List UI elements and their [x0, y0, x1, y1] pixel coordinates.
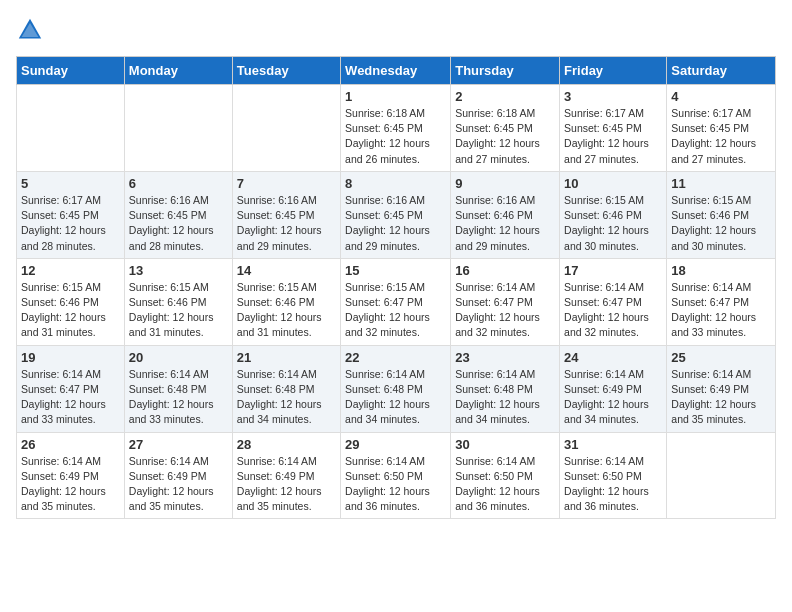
logo — [16, 16, 48, 44]
day-info: Sunrise: 6:15 AMSunset: 6:46 PMDaylight:… — [237, 280, 336, 341]
day-number: 28 — [237, 437, 336, 452]
day-number: 16 — [455, 263, 555, 278]
calendar-cell: 29Sunrise: 6:14 AMSunset: 6:50 PMDayligh… — [341, 432, 451, 519]
day-info: Sunrise: 6:14 AMSunset: 6:50 PMDaylight:… — [455, 454, 555, 515]
calendar-cell: 23Sunrise: 6:14 AMSunset: 6:48 PMDayligh… — [451, 345, 560, 432]
day-number: 23 — [455, 350, 555, 365]
calendar-cell: 3Sunrise: 6:17 AMSunset: 6:45 PMDaylight… — [560, 85, 667, 172]
day-number: 1 — [345, 89, 446, 104]
day-info: Sunrise: 6:18 AMSunset: 6:45 PMDaylight:… — [345, 106, 446, 167]
calendar-cell: 5Sunrise: 6:17 AMSunset: 6:45 PMDaylight… — [17, 171, 125, 258]
calendar-cell — [667, 432, 776, 519]
calendar-cell: 8Sunrise: 6:16 AMSunset: 6:45 PMDaylight… — [341, 171, 451, 258]
calendar-cell: 28Sunrise: 6:14 AMSunset: 6:49 PMDayligh… — [232, 432, 340, 519]
day-info: Sunrise: 6:14 AMSunset: 6:49 PMDaylight:… — [564, 367, 662, 428]
calendar-body: 1Sunrise: 6:18 AMSunset: 6:45 PMDaylight… — [17, 85, 776, 519]
day-info: Sunrise: 6:17 AMSunset: 6:45 PMDaylight:… — [671, 106, 771, 167]
day-info: Sunrise: 6:16 AMSunset: 6:45 PMDaylight:… — [345, 193, 446, 254]
calendar-table: SundayMondayTuesdayWednesdayThursdayFrid… — [16, 56, 776, 519]
calendar-cell: 25Sunrise: 6:14 AMSunset: 6:49 PMDayligh… — [667, 345, 776, 432]
day-info: Sunrise: 6:17 AMSunset: 6:45 PMDaylight:… — [21, 193, 120, 254]
calendar-cell: 14Sunrise: 6:15 AMSunset: 6:46 PMDayligh… — [232, 258, 340, 345]
calendar-cell: 22Sunrise: 6:14 AMSunset: 6:48 PMDayligh… — [341, 345, 451, 432]
calendar-cell: 15Sunrise: 6:15 AMSunset: 6:47 PMDayligh… — [341, 258, 451, 345]
calendar-cell: 1Sunrise: 6:18 AMSunset: 6:45 PMDaylight… — [341, 85, 451, 172]
day-number: 12 — [21, 263, 120, 278]
weekday-header: Friday — [560, 57, 667, 85]
calendar-cell: 2Sunrise: 6:18 AMSunset: 6:45 PMDaylight… — [451, 85, 560, 172]
day-info: Sunrise: 6:15 AMSunset: 6:46 PMDaylight:… — [564, 193, 662, 254]
day-info: Sunrise: 6:14 AMSunset: 6:48 PMDaylight:… — [129, 367, 228, 428]
calendar-cell — [124, 85, 232, 172]
weekday-header: Saturday — [667, 57, 776, 85]
calendar-cell — [17, 85, 125, 172]
day-info: Sunrise: 6:18 AMSunset: 6:45 PMDaylight:… — [455, 106, 555, 167]
day-info: Sunrise: 6:15 AMSunset: 6:46 PMDaylight:… — [671, 193, 771, 254]
weekday-header: Tuesday — [232, 57, 340, 85]
calendar-header-row: SundayMondayTuesdayWednesdayThursdayFrid… — [17, 57, 776, 85]
day-number: 15 — [345, 263, 446, 278]
day-number: 10 — [564, 176, 662, 191]
day-info: Sunrise: 6:14 AMSunset: 6:48 PMDaylight:… — [455, 367, 555, 428]
calendar-week-row: 26Sunrise: 6:14 AMSunset: 6:49 PMDayligh… — [17, 432, 776, 519]
calendar-cell: 21Sunrise: 6:14 AMSunset: 6:48 PMDayligh… — [232, 345, 340, 432]
day-info: Sunrise: 6:14 AMSunset: 6:49 PMDaylight:… — [237, 454, 336, 515]
calendar-cell: 12Sunrise: 6:15 AMSunset: 6:46 PMDayligh… — [17, 258, 125, 345]
day-number: 19 — [21, 350, 120, 365]
day-info: Sunrise: 6:14 AMSunset: 6:47 PMDaylight:… — [455, 280, 555, 341]
day-number: 21 — [237, 350, 336, 365]
day-number: 22 — [345, 350, 446, 365]
weekday-header: Wednesday — [341, 57, 451, 85]
day-number: 14 — [237, 263, 336, 278]
day-number: 9 — [455, 176, 555, 191]
day-number: 25 — [671, 350, 771, 365]
calendar-cell: 18Sunrise: 6:14 AMSunset: 6:47 PMDayligh… — [667, 258, 776, 345]
calendar-cell: 31Sunrise: 6:14 AMSunset: 6:50 PMDayligh… — [560, 432, 667, 519]
day-info: Sunrise: 6:15 AMSunset: 6:47 PMDaylight:… — [345, 280, 446, 341]
calendar-cell: 4Sunrise: 6:17 AMSunset: 6:45 PMDaylight… — [667, 85, 776, 172]
calendar-cell: 9Sunrise: 6:16 AMSunset: 6:46 PMDaylight… — [451, 171, 560, 258]
calendar-cell: 26Sunrise: 6:14 AMSunset: 6:49 PMDayligh… — [17, 432, 125, 519]
day-number: 31 — [564, 437, 662, 452]
day-number: 29 — [345, 437, 446, 452]
calendar-cell: 17Sunrise: 6:14 AMSunset: 6:47 PMDayligh… — [560, 258, 667, 345]
calendar-week-row: 1Sunrise: 6:18 AMSunset: 6:45 PMDaylight… — [17, 85, 776, 172]
weekday-header: Sunday — [17, 57, 125, 85]
day-number: 26 — [21, 437, 120, 452]
day-number: 20 — [129, 350, 228, 365]
weekday-header: Monday — [124, 57, 232, 85]
day-number: 30 — [455, 437, 555, 452]
day-info: Sunrise: 6:16 AMSunset: 6:45 PMDaylight:… — [237, 193, 336, 254]
day-number: 24 — [564, 350, 662, 365]
day-info: Sunrise: 6:17 AMSunset: 6:45 PMDaylight:… — [564, 106, 662, 167]
calendar-cell: 27Sunrise: 6:14 AMSunset: 6:49 PMDayligh… — [124, 432, 232, 519]
day-info: Sunrise: 6:15 AMSunset: 6:46 PMDaylight:… — [21, 280, 120, 341]
calendar-cell: 20Sunrise: 6:14 AMSunset: 6:48 PMDayligh… — [124, 345, 232, 432]
day-number: 8 — [345, 176, 446, 191]
day-number: 18 — [671, 263, 771, 278]
day-number: 4 — [671, 89, 771, 104]
day-info: Sunrise: 6:16 AMSunset: 6:45 PMDaylight:… — [129, 193, 228, 254]
day-number: 13 — [129, 263, 228, 278]
day-number: 17 — [564, 263, 662, 278]
calendar-week-row: 5Sunrise: 6:17 AMSunset: 6:45 PMDaylight… — [17, 171, 776, 258]
day-info: Sunrise: 6:14 AMSunset: 6:50 PMDaylight:… — [345, 454, 446, 515]
calendar-week-row: 12Sunrise: 6:15 AMSunset: 6:46 PMDayligh… — [17, 258, 776, 345]
day-info: Sunrise: 6:15 AMSunset: 6:46 PMDaylight:… — [129, 280, 228, 341]
calendar-cell: 11Sunrise: 6:15 AMSunset: 6:46 PMDayligh… — [667, 171, 776, 258]
calendar-cell: 10Sunrise: 6:15 AMSunset: 6:46 PMDayligh… — [560, 171, 667, 258]
calendar-cell: 30Sunrise: 6:14 AMSunset: 6:50 PMDayligh… — [451, 432, 560, 519]
calendar-cell: 16Sunrise: 6:14 AMSunset: 6:47 PMDayligh… — [451, 258, 560, 345]
page-header — [16, 16, 776, 44]
day-info: Sunrise: 6:14 AMSunset: 6:49 PMDaylight:… — [21, 454, 120, 515]
calendar-cell: 13Sunrise: 6:15 AMSunset: 6:46 PMDayligh… — [124, 258, 232, 345]
calendar-cell: 24Sunrise: 6:14 AMSunset: 6:49 PMDayligh… — [560, 345, 667, 432]
calendar-cell: 19Sunrise: 6:14 AMSunset: 6:47 PMDayligh… — [17, 345, 125, 432]
day-number: 2 — [455, 89, 555, 104]
calendar-week-row: 19Sunrise: 6:14 AMSunset: 6:47 PMDayligh… — [17, 345, 776, 432]
day-number: 3 — [564, 89, 662, 104]
day-number: 11 — [671, 176, 771, 191]
day-info: Sunrise: 6:14 AMSunset: 6:48 PMDaylight:… — [345, 367, 446, 428]
day-number: 27 — [129, 437, 228, 452]
calendar-cell: 7Sunrise: 6:16 AMSunset: 6:45 PMDaylight… — [232, 171, 340, 258]
